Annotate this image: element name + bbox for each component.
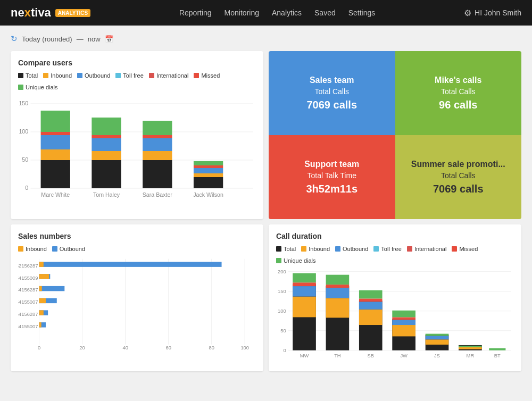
svg-rect-85 — [359, 310, 383, 325]
svg-rect-23 — [143, 135, 172, 138]
logo: nextiva — [11, 6, 51, 20]
svg-text:TH: TH — [334, 354, 340, 359]
sales-legend-outbound-label: Outbound — [60, 246, 85, 252]
tile-sales-team-subtitle: Total Calls — [314, 87, 349, 96]
svg-text:MW: MW — [300, 354, 309, 359]
svg-rect-81 — [326, 285, 350, 288]
logo-area: nextiva analytics — [11, 6, 90, 20]
compare-chart-svg: 150 100 50 0 — [18, 95, 256, 212]
nav-analytics[interactable]: Analytics — [272, 9, 302, 17]
legend-tollfree-label: Toll free — [123, 72, 144, 79]
legend-total-label: Total — [26, 72, 38, 79]
dur-legend-missed-label: Missed — [459, 246, 478, 252]
tile-support-team-title: Support team — [304, 160, 359, 169]
tile-mikes-calls[interactable]: Mike's calls Total Calls 96 calls — [395, 51, 522, 135]
tile-mikes-calls-subtitle: Total Calls — [441, 87, 476, 96]
nav-settings[interactable]: Settings — [348, 9, 376, 17]
nav-saved[interactable]: Saved — [314, 9, 336, 17]
dur-legend-unique-label: Unique dials — [284, 257, 316, 264]
svg-rect-102 — [459, 347, 482, 349]
sales-legend-inbound-label: Inbound — [26, 246, 47, 252]
svg-rect-79 — [326, 298, 350, 318]
svg-rect-8 — [41, 160, 70, 188]
svg-rect-73 — [293, 297, 316, 318]
sales-legend-inbound: Inbound — [18, 246, 47, 252]
svg-rect-22 — [143, 138, 172, 151]
header: nextiva analytics Reporting Monitoring A… — [0, 0, 532, 26]
dur-legend-unique: Unique dials — [276, 257, 316, 264]
svg-rect-52 — [39, 286, 42, 291]
refresh-icon[interactable]: ↻ — [11, 34, 18, 44]
svg-text:Sara Baxter: Sara Baxter — [143, 192, 173, 198]
svg-rect-30 — [194, 161, 223, 165]
analytics-badge: analytics — [55, 9, 90, 17]
dur-legend-total: Total — [276, 246, 296, 252]
svg-text:5552156287: 5552156287 — [18, 263, 38, 269]
sales-numbers-legend: Inbound Outbound — [18, 246, 256, 252]
svg-text:Marc White: Marc White — [41, 192, 70, 198]
tile-support-team[interactable]: Support team Total Talk Time 3h52m11s — [269, 135, 395, 219]
svg-text:5554155007: 5554155007 — [18, 299, 38, 305]
tile-sales-team-title: Sales team — [310, 76, 354, 85]
svg-text:50: 50 — [22, 157, 28, 163]
svg-rect-9 — [41, 149, 70, 160]
legend-outbound-label: Outbound — [85, 72, 110, 79]
svg-rect-45 — [39, 262, 222, 266]
duration-chart-svg: 200 150 100 50 0 — [276, 268, 514, 364]
svg-rect-88 — [359, 290, 383, 299]
svg-rect-21 — [143, 151, 172, 160]
tile-summer-sale-title: Summer sale promoti... — [411, 160, 505, 169]
svg-text:50: 50 — [280, 328, 286, 333]
svg-rect-98 — [426, 336, 449, 339]
svg-rect-92 — [392, 320, 415, 325]
calendar-icon[interactable]: 📅 — [105, 35, 113, 43]
svg-rect-86 — [359, 302, 383, 310]
compare-users-chart: 150 100 50 0 — [18, 95, 256, 212]
svg-rect-58 — [39, 310, 44, 315]
compare-users-card: Compare users Total Inbound Outbound Tol… — [11, 51, 263, 219]
nav-reporting[interactable]: Reporting — [179, 9, 212, 17]
svg-text:200: 200 — [278, 269, 286, 274]
svg-rect-97 — [426, 339, 449, 345]
nav-monitoring[interactable]: Monitoring — [225, 9, 259, 17]
tile-sales-team-value: 7069 calls — [306, 99, 357, 111]
dur-legend-missed: Missed — [452, 246, 478, 252]
legend-international: International — [149, 72, 189, 79]
legend-total: Total — [18, 72, 38, 79]
svg-rect-11 — [41, 132, 70, 135]
svg-text:SB: SB — [368, 354, 374, 359]
legend-tollfree: Toll free — [115, 72, 144, 79]
legend-missed: Missed — [194, 72, 220, 79]
sales-numbers-chart: 0 20 40 60 80 100 5552156287 — [18, 256, 256, 352]
svg-text:100: 100 — [240, 346, 249, 351]
call-duration-title: Call duration — [276, 232, 514, 240]
bottom-row: Sales numbers Inbound Outbound 0 20 40 6… — [11, 224, 521, 371]
svg-rect-94 — [392, 311, 415, 318]
svg-text:JS: JS — [434, 354, 440, 359]
time-now: now — [88, 35, 101, 43]
tile-sales-team[interactable]: Sales team Total Calls 7069 calls — [269, 51, 395, 135]
svg-rect-105 — [489, 348, 505, 350]
svg-rect-12 — [41, 111, 70, 132]
svg-rect-15 — [92, 151, 121, 160]
svg-rect-46 — [39, 262, 44, 266]
svg-text:5554155007: 5554155007 — [18, 324, 38, 329]
svg-rect-16 — [92, 138, 121, 151]
tile-summer-sale[interactable]: Summer sale promoti... Total Calls 7069 … — [395, 135, 522, 219]
top-row: Compare users Total Inbound Outbound Tol… — [11, 51, 521, 219]
svg-text:0: 0 — [284, 348, 286, 353]
svg-rect-91 — [392, 325, 415, 336]
svg-text:5554155009: 5554155009 — [18, 275, 38, 281]
svg-rect-82 — [326, 275, 350, 285]
call-duration-legend: Total Inbound Outbound Toll free Interna… — [276, 246, 514, 264]
tile-support-team-value: 3h52m11s — [306, 183, 358, 195]
svg-rect-14 — [92, 160, 121, 188]
svg-rect-103 — [459, 346, 482, 347]
svg-rect-10 — [41, 135, 70, 149]
dur-legend-tollfree: Toll free — [373, 246, 402, 252]
dur-legend-inbound-label: Inbound — [309, 246, 330, 252]
legend-missed-label: Missed — [201, 72, 220, 79]
time-label: Today (rounded) — [22, 35, 72, 43]
legend-international-label: International — [156, 72, 189, 79]
svg-rect-20 — [143, 160, 172, 188]
